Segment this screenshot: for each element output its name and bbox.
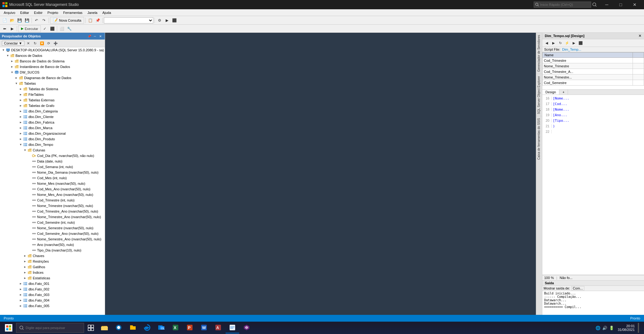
tree-item[interactable]: ►dbo.Fato_004 <box>0 298 105 303</box>
tree-expand-icon[interactable] <box>27 181 32 186</box>
rp-tb2[interactable]: ▶ <box>571 40 577 46</box>
tree-item[interactable]: ►dbo.Dim_Organizacional <box>0 131 105 136</box>
battery-icon[interactable]: 🔋 <box>609 326 614 330</box>
tree-item[interactable]: ►Chaves <box>0 253 105 259</box>
tree-item[interactable]: ►dbo.Fato_001 <box>0 281 105 286</box>
tree-expand-icon[interactable]: ► <box>23 259 27 264</box>
tree-expand-icon[interactable]: ► <box>19 126 23 130</box>
tree-expand-icon[interactable]: ► <box>19 104 23 108</box>
tree-item[interactable]: Cod_Semestre_Ano (nvarchar(50), nulo) <box>0 231 105 236</box>
tree-expand-icon[interactable] <box>27 209 32 214</box>
menu-arquivo[interactable]: Arquivo <box>1 10 18 15</box>
tree-expand-icon[interactable]: ► <box>19 92 23 97</box>
tree-expand-icon[interactable]: ► <box>19 98 23 102</box>
tree-expand-icon[interactable]: ► <box>19 109 23 113</box>
tree-item[interactable]: ▼DESKTOP-RLKOOGH\ALURA (SQL Server 15.0.… <box>0 47 105 53</box>
tree-expand-icon[interactable] <box>27 204 32 208</box>
tree-expand-icon[interactable] <box>27 243 32 247</box>
tree-item[interactable]: ►Tabelas do Sistema <box>0 86 105 92</box>
close-button[interactable]: ✕ <box>628 0 642 9</box>
tree-expand-icon[interactable] <box>27 192 32 197</box>
tree-expand-icon[interactable]: ▼ <box>14 81 19 86</box>
menu-janela[interactable]: Janela <box>85 10 100 15</box>
tree-item[interactable]: Cod_Mes (int, nulo) <box>0 175 105 181</box>
rp-tb1[interactable]: ⚡ <box>564 40 570 46</box>
database-select[interactable] <box>104 17 153 23</box>
tree-expand-icon[interactable] <box>27 237 32 241</box>
menu-projeto[interactable]: Projeto <box>45 10 61 15</box>
taskbar-app-cortana[interactable] <box>112 322 125 333</box>
save-btn[interactable]: 💾 <box>16 17 23 24</box>
designer-row[interactable]: Nome_Trimestre <box>543 63 644 69</box>
vtab-sql-explorer[interactable]: SQL Server Object Explorer <box>536 74 542 116</box>
tb3[interactable]: ⬛ <box>171 17 178 24</box>
menu-ajuda[interactable]: Ajuda <box>100 10 113 15</box>
tree-expand-icon[interactable]: ► <box>19 115 23 119</box>
vtab-ssis[interactable]: Caixa de ferramentas do SSIS <box>536 116 542 162</box>
tree-expand-icon[interactable] <box>27 154 32 158</box>
tree-item[interactable]: ▼dbo.Dim_Tempo <box>0 142 105 147</box>
designer-row[interactable]: Cod_Trimestre_A... <box>543 69 644 74</box>
tree-item[interactable]: ►Diagramas de Banco de Dados <box>0 75 105 81</box>
taskbar-app-explorer[interactable] <box>98 322 111 333</box>
rp-back-btn[interactable]: ◀ <box>544 40 550 46</box>
tree-item[interactable]: Nome_Mes (nvarchar(50), nulo) <box>0 181 105 186</box>
tree-item[interactable]: ►Tabelas Externas <box>0 97 105 103</box>
tree-item[interactable]: ►dbo.Dim_Marca <box>0 125 105 131</box>
tree-item[interactable]: ►dbo.Dim_Categoria <box>0 108 105 114</box>
executar-btn[interactable]: ▶ Executar <box>18 25 41 32</box>
quick-search-input[interactable] <box>540 3 590 6</box>
tree-expand-icon[interactable]: ► <box>23 276 27 280</box>
taskbar-app-access[interactable]: A <box>211 322 225 333</box>
tree-expand-icon[interactable]: ► <box>23 254 27 258</box>
tree-item[interactable]: ▼Bancos de Dados <box>0 53 105 58</box>
tree-expand-icon[interactable] <box>27 170 32 175</box>
oe-pin-btn[interactable]: 📌 <box>87 34 92 39</box>
tree-item[interactable]: ►Índices <box>0 270 105 275</box>
oe-refresh-btn[interactable]: ↻ <box>32 40 38 46</box>
menu-ferramentas[interactable]: Ferramentas <box>61 10 85 15</box>
tb2-5[interactable]: ⬜ <box>58 25 65 32</box>
tree-expand-icon[interactable]: ▼ <box>10 70 14 74</box>
tree-item[interactable]: ▼Colunas <box>0 147 105 153</box>
tree-item[interactable]: ►dbo.Fato_005 <box>0 303 105 309</box>
taskbar-app-files[interactable] <box>126 322 140 333</box>
taskbar-app-edge[interactable] <box>140 322 154 333</box>
tree-item[interactable]: ►Restrições <box>0 259 105 264</box>
tree-expand-icon[interactable] <box>27 248 32 252</box>
tree-item[interactable]: Cod_Mes_Ano (nvarchar(50), nulo) <box>0 186 105 192</box>
tree-expand-icon[interactable] <box>27 159 32 163</box>
tree-item[interactable]: ►Gatilhos <box>0 264 105 270</box>
tree-expand-icon[interactable] <box>27 231 32 236</box>
tree-expand-icon[interactable]: ▼ <box>6 53 10 58</box>
tree-item[interactable]: Cod_Dia (PK, nvarchar(50), não nulo) <box>0 153 105 159</box>
paste-btn[interactable]: 📌 <box>94 17 101 24</box>
tree-item[interactable]: Cod_Semestre (int, nulo) <box>0 220 105 225</box>
taskbar-app-vs[interactable] <box>240 322 253 333</box>
tree-expand-icon[interactable]: ► <box>19 131 23 136</box>
tree-item[interactable]: ►FileTables <box>0 92 105 97</box>
tree-item[interactable]: ►dbo.Dim_Cliente <box>0 114 105 120</box>
oe-filter-btn[interactable]: 🔽 <box>39 40 45 46</box>
check-btn[interactable]: ✓ <box>41 25 48 32</box>
rp-forward-btn[interactable]: ▶ <box>550 40 557 46</box>
rp-refresh-btn[interactable]: ↻ <box>557 40 563 46</box>
tree-item[interactable]: Ano (nvarchar(50), nulo) <box>0 242 105 247</box>
tb2-1[interactable]: ⬅ <box>1 25 8 32</box>
tree-item[interactable]: Nome_Dia_Semana (nvarchar(50), nulo) <box>0 170 105 175</box>
designer-row[interactable]: Cod_Trimestre <box>543 58 644 63</box>
menu-editar[interactable]: Editar <box>18 10 32 15</box>
copy-btn[interactable]: 📋 <box>87 17 94 24</box>
tree-expand-icon[interactable] <box>27 226 32 230</box>
oe-new-btn[interactable]: ➕ <box>53 40 58 46</box>
taskbar-app-powerpoint[interactable]: P <box>183 322 197 333</box>
redo-btn[interactable]: ↷ <box>40 17 47 24</box>
conectar-btn[interactable]: Conectar ▼ <box>2 41 24 46</box>
taskbar-app-ssms[interactable] <box>226 322 239 333</box>
tree-item[interactable]: ▼Tabelas <box>0 81 105 86</box>
tree-expand-icon[interactable] <box>27 215 32 219</box>
show-desktop-btn[interactable] <box>638 323 639 333</box>
tree-expand-icon[interactable]: ► <box>10 59 14 63</box>
tb1[interactable]: ⚙ <box>156 17 163 24</box>
tree-expand-icon[interactable]: ▼ <box>1 48 6 52</box>
